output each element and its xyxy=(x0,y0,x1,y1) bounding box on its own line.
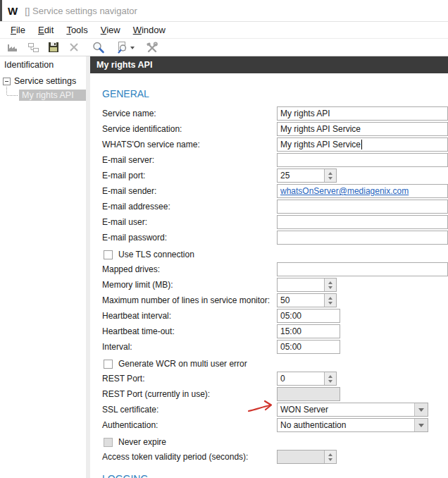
max-lines-spinner[interactable]: 50 xyxy=(277,293,337,307)
service-name-input[interactable]: My rights API xyxy=(277,106,448,121)
rest-port-spinner[interactable]: 0 xyxy=(277,372,337,386)
spin-down-icon[interactable] xyxy=(328,380,332,383)
field-value: 0 xyxy=(278,374,285,384)
save-icon xyxy=(47,41,60,54)
field-value: 15:00 xyxy=(278,326,301,336)
email-addressee-input[interactable] xyxy=(277,200,448,214)
email-port-spinner[interactable]: 25 xyxy=(277,168,337,183)
field-label: E-mail server: xyxy=(102,155,277,165)
search-document-icon xyxy=(116,41,129,54)
text-cursor xyxy=(361,140,362,149)
menu-tools[interactable]: Tools xyxy=(60,23,94,37)
email-sender-input[interactable]: whatsOnServer@mediagenix.com xyxy=(277,184,448,198)
tools-button[interactable] xyxy=(144,40,158,54)
form-row: Service identification: My rights API Se… xyxy=(102,121,448,137)
authentication-combo[interactable]: No authentication xyxy=(277,418,428,432)
form-row: Maximum number of lines in service monit… xyxy=(102,293,448,308)
spinner-buttons[interactable] xyxy=(324,372,336,385)
service-identification-input[interactable]: My rights API Service xyxy=(277,122,448,136)
form-row: REST Port: 0 xyxy=(102,371,448,386)
form-row: Interval: 05:00 xyxy=(102,339,448,355)
spin-down-icon[interactable] xyxy=(328,302,332,305)
search-in-button[interactable] xyxy=(115,40,129,54)
hierarchy-button[interactable] xyxy=(26,40,40,54)
generate-wcr-checkbox[interactable] xyxy=(104,360,113,369)
spin-up-icon[interactable] xyxy=(328,297,332,300)
tree-node-label[interactable]: Service settings xyxy=(14,76,76,86)
spinner-buttons[interactable] xyxy=(324,169,336,182)
menu-edit[interactable]: Edit xyxy=(32,23,60,37)
field-value: My rights API Service xyxy=(278,140,361,149)
interval-input[interactable]: 05:00 xyxy=(277,340,340,354)
email-user-input[interactable] xyxy=(277,215,448,229)
menu-view[interactable]: View xyxy=(94,23,127,37)
field-label: Authentication: xyxy=(102,420,277,430)
tree-node-my-rights-api[interactable]: My rights API xyxy=(19,90,86,101)
spinner-buttons[interactable] xyxy=(324,278,336,291)
checkbox-label: Generate WCR on multi user error xyxy=(118,359,247,369)
factory-icon xyxy=(6,41,19,54)
identification-panel: Identification Service settings My right… xyxy=(0,56,86,478)
spin-down-icon[interactable] xyxy=(328,286,332,289)
collapse-icon[interactable] xyxy=(3,78,11,85)
menu-file[interactable]: File xyxy=(4,23,32,37)
spin-up-icon[interactable] xyxy=(328,375,332,378)
chevron-down-icon xyxy=(418,408,424,412)
delete-button[interactable] xyxy=(67,40,81,54)
form-row: Heartbeat interval: 05:00 xyxy=(102,308,448,324)
section-general-heading: GENERAL xyxy=(102,88,448,99)
sidebar-header: Identification xyxy=(0,56,86,73)
combo-dropdown-button[interactable] xyxy=(414,419,428,431)
form-row: Generate WCR on multi user error xyxy=(102,357,448,371)
form-row: WHATS'On service name: My rights API Ser… xyxy=(102,137,448,152)
mapped-drives-input[interactable] xyxy=(277,262,448,276)
spinner-buttons xyxy=(324,451,336,463)
form-row: E-mail addressee: xyxy=(102,199,448,214)
form-row: E-mail server: xyxy=(102,152,448,168)
spin-up-icon xyxy=(328,453,332,456)
field-label: Mapped drives: xyxy=(102,264,277,274)
form-row: Authentication: No authentication xyxy=(102,417,448,433)
checkbox-label: Never expire xyxy=(118,437,166,447)
service-settings-navigator-window: W [] Service settings navigator File Edi… xyxy=(0,0,448,478)
field-value: My rights API xyxy=(278,109,330,118)
form-row: Memory limit (MB): xyxy=(102,277,448,293)
heartbeat-timeout-input[interactable]: 15:00 xyxy=(277,324,340,338)
factory-button[interactable] xyxy=(6,40,20,54)
spin-up-icon[interactable] xyxy=(328,172,332,175)
detail-panel-title: My rights API xyxy=(90,56,448,73)
email-sender-link[interactable]: whatsOnServer@mediagenix.com xyxy=(278,186,409,196)
spin-down-icon[interactable] xyxy=(328,177,332,180)
form-row: E-mail sender: whatsOnServer@mediagenix.… xyxy=(102,183,448,199)
field-label: E-mail user: xyxy=(102,217,277,227)
email-server-input[interactable] xyxy=(277,153,448,167)
section-logging-heading: LOGGING xyxy=(102,473,448,478)
memory-limit-spinner[interactable] xyxy=(277,278,337,292)
use-tls-checkbox[interactable] xyxy=(104,250,113,259)
delete-icon xyxy=(68,41,80,54)
form-row: E-mail port: 25 xyxy=(102,168,448,183)
ssl-certificate-combo[interactable]: WON Server xyxy=(277,403,428,417)
spinner-buttons[interactable] xyxy=(324,294,336,307)
field-value: 05:00 xyxy=(278,342,301,352)
heartbeat-interval-input[interactable]: 05:00 xyxy=(277,309,340,323)
tree-node-label[interactable]: My rights API xyxy=(22,90,74,100)
field-label: Access token validity period (seconds): xyxy=(102,452,277,462)
tree-node-service-settings[interactable]: Service settings xyxy=(0,75,86,87)
form-row: Service name: My rights API xyxy=(102,106,448,121)
never-expire-checkbox xyxy=(104,438,113,447)
menu-window[interactable]: Window xyxy=(127,23,172,37)
whatson-service-name-input[interactable]: My rights API Service xyxy=(277,137,448,152)
combo-dropdown-button[interactable] xyxy=(414,403,428,416)
spin-up-icon[interactable] xyxy=(328,281,332,284)
field-label: E-mail addressee: xyxy=(102,202,277,212)
field-label: REST Port: xyxy=(102,374,277,384)
field-value: 25 xyxy=(278,171,290,180)
title-bar: W [] Service settings navigator xyxy=(0,0,448,22)
search-in-dropdown-caret-icon[interactable] xyxy=(130,47,135,49)
search-button[interactable] xyxy=(91,40,105,54)
field-label: Heartbeat time-out: xyxy=(102,326,277,336)
field-label: E-mail sender: xyxy=(102,186,277,196)
save-button[interactable] xyxy=(46,40,61,54)
email-password-input[interactable] xyxy=(277,231,448,245)
